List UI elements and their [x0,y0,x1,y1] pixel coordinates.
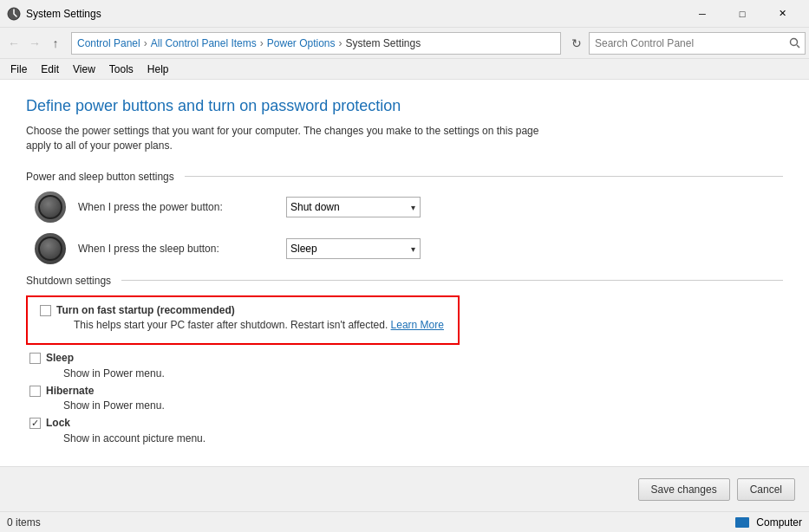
power-button-dropdown-wrapper: Do nothing Sleep Hibernate Shut down Tur… [286,197,421,217]
title-bar: System Settings ─ □ ✕ [0,0,809,28]
hibernate-option-row: Hibernate Show in Power menu. [26,385,783,412]
hibernate-option-label: Hibernate [46,385,94,397]
address-bar: ← → ↑ Control Panel › All Control Panel … [0,28,809,59]
breadcrumb: Control Panel › All Control Panel Items … [71,32,561,55]
close-button[interactable]: ✕ [762,0,802,28]
sleep-button-dropdown-wrapper: Do nothing Sleep Hibernate Shut down Tur… [286,238,421,259]
learn-more-link[interactable]: Learn More [391,319,444,331]
sleep-button-dropdown[interactable]: Do nothing Sleep Hibernate Shut down Tur… [286,238,421,259]
power-button-dropdown[interactable]: Do nothing Sleep Hibernate Shut down Tur… [286,197,421,217]
minimize-button[interactable]: ─ [682,0,722,28]
search-icon-button[interactable] [784,33,805,54]
svg-line-2 [797,45,799,48]
menu-file[interactable]: File [3,62,34,77]
fast-startup-checkbox[interactable] [40,305,51,316]
search-icon [789,37,800,49]
lock-option-checkbox[interactable] [29,418,41,429]
content-area: Define power buttons and turn on passwor… [0,80,809,466]
nav-cluster: ← → ↑ [3,33,66,54]
power-button-row: When I press the power button: Do nothin… [26,191,783,223]
status-right: Computer [735,516,802,529]
sleep-button-label: When I press the sleep button: [78,243,286,255]
menu-view[interactable]: View [66,62,102,77]
status-bar: 0 items Computer [0,511,809,532]
search-input[interactable] [590,33,784,54]
sleep-option-wrapper: Sleep Show in Power menu. [29,352,165,380]
up-button[interactable]: ↑ [45,33,66,54]
fast-startup-label: Turn on fast startup (recommended) [56,304,235,316]
window-icon [7,7,21,21]
bottom-action-bar: Save changes Cancel [0,466,809,511]
sleep-option-description: Show in Power menu. [63,367,165,380]
page-title: Define power buttons and turn on passwor… [26,97,783,115]
sleep-button-icon [35,233,66,264]
power-button-label: When I press the power button: [78,201,286,213]
breadcrumb-power-options[interactable]: Power Options [267,37,336,49]
power-button-icon [35,191,66,223]
maximize-button[interactable]: □ [722,0,762,28]
forward-button[interactable]: → [24,33,45,54]
search-box [589,32,806,55]
breadcrumb-all-items[interactable]: All Control Panel Items [151,37,257,49]
computer-label: Computer [756,516,802,529]
sleep-button-row: When I press the sleep button: Do nothin… [26,233,783,264]
fast-startup-box: Turn on fast startup (recommended) This … [26,295,460,346]
status-items-count: 0 items [7,516,41,529]
power-sleep-section-header: Power and sleep button settings [26,171,783,183]
save-changes-button[interactable]: Save changes [638,478,730,501]
hibernate-option-wrapper: Hibernate Show in Power menu. [29,385,165,412]
main-content: Define power buttons and turn on passwor… [0,80,809,511]
sleep-option-label: Sleep [46,352,74,364]
hibernate-option-checkbox[interactable] [29,386,41,397]
fast-startup-row: Turn on fast startup (recommended) This … [36,304,449,332]
breadcrumb-system-settings: System Settings [345,37,421,49]
refresh-button[interactable]: ↻ [566,33,587,54]
shutdown-section-header: Shutdown settings [26,275,783,287]
lock-option-description: Show in account picture menu. [63,432,206,444]
sleep-option-row: Sleep Show in Power menu. [26,352,783,380]
shutdown-section: Shutdown settings Turn on fast startup (… [26,275,783,444]
page-description: Choose the power settings that you want … [26,124,546,153]
menu-help[interactable]: Help [140,62,176,77]
window-title: System Settings [26,8,682,20]
breadcrumb-control-panel[interactable]: Control Panel [77,37,140,49]
hibernate-option-description: Show in Power menu. [63,399,165,412]
fast-startup-description: This helps start your PC faster after sh… [74,319,444,331]
computer-icon [735,517,749,528]
sleep-option-checkbox[interactable] [29,353,41,364]
menu-tools[interactable]: Tools [102,62,140,77]
fast-startup-wrapper: Turn on fast startup (recommended) This … [40,304,444,332]
menu-edit[interactable]: Edit [34,62,66,77]
back-button[interactable]: ← [3,33,24,54]
svg-point-1 [790,39,797,46]
lock-option-label: Lock [46,417,70,429]
lock-option-wrapper: Lock Show in account picture menu. [29,417,206,444]
menu-bar: File Edit View Tools Help [0,59,809,80]
lock-option-row: Lock Show in account picture menu. [26,417,783,444]
window-controls: ─ □ ✕ [682,0,802,28]
cancel-button[interactable]: Cancel [737,478,795,501]
